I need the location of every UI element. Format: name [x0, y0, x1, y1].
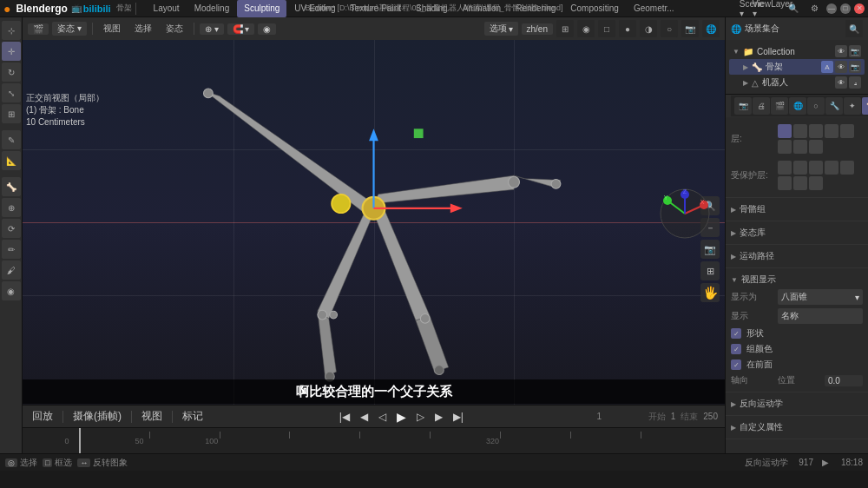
- layer-dot-5[interactable]: [840, 124, 854, 138]
- prop-tab-modifier[interactable]: 🔧: [825, 97, 843, 115]
- next-keyframe-btn[interactable]: ▷: [414, 411, 427, 423]
- start-frame-value[interactable]: 1: [671, 412, 676, 421]
- playback-label[interactable]: 回放: [30, 409, 56, 424]
- tool-extrude[interactable]: ⊕: [2, 198, 21, 217]
- tree-item-collection[interactable]: ▼ 📁 Collection 👁 📷: [729, 43, 865, 59]
- prev-keyframe-btn[interactable]: ◁: [376, 411, 389, 423]
- player-dot-1[interactable]: [778, 161, 792, 175]
- scene-canvas[interactable]: 正交前视图（局部） (1) 骨架 : Bone 10 Centimeters X: [23, 40, 725, 405]
- player-dot-3[interactable]: [809, 161, 823, 175]
- camera-persp-btn[interactable]: 📷: [681, 20, 699, 37]
- tool-scale[interactable]: ⤡: [2, 83, 21, 102]
- tree-item-robot[interactable]: ▶ △ 机器人 👁 ₄: [729, 75, 865, 90]
- tab-sculpting[interactable]: Sculpting: [237, 0, 286, 17]
- tool-paint[interactable]: 🖌: [2, 260, 21, 280]
- play-btn[interactable]: ▶: [394, 410, 409, 424]
- camera-interp-label[interactable]: 摄像(插帧): [70, 409, 124, 424]
- vp-menu-select[interactable]: 选择: [129, 21, 157, 36]
- shading-solid[interactable]: ●: [619, 20, 636, 37]
- view-label-pb[interactable]: 视图: [139, 409, 165, 424]
- prev-frame-btn[interactable]: ◀: [358, 411, 371, 423]
- player-dot-2[interactable]: [793, 161, 807, 175]
- tab-modeling[interactable]: Modeling: [187, 0, 237, 17]
- next-frame-btn[interactable]: ▶: [432, 411, 445, 423]
- proportional-dropdown[interactable]: ◉: [258, 23, 276, 35]
- prop-tab-data[interactable]: 🦴: [862, 97, 868, 115]
- motion-path-header[interactable]: ▶ 运动路径: [731, 248, 863, 264]
- shape-checkbox[interactable]: ✓: [731, 328, 741, 339]
- layer-dot-1[interactable]: [778, 124, 792, 138]
- vp-menu-view[interactable]: 视图: [98, 21, 126, 36]
- options-dropdown[interactable]: 选项 ▾: [484, 22, 518, 36]
- search-btn[interactable]: 🔍: [785, 2, 802, 16]
- layer-dot-8[interactable]: [809, 140, 823, 154]
- hand-btn[interactable]: 🖐: [700, 283, 720, 302]
- win-min-btn[interactable]: —: [826, 3, 837, 14]
- player-dot-7[interactable]: [793, 176, 807, 190]
- display-dropdown[interactable]: 名称: [778, 308, 863, 324]
- position-value[interactable]: 0.0: [825, 375, 863, 386]
- layer-dot-2[interactable]: [793, 124, 807, 138]
- tool-move[interactable]: ✛: [2, 42, 21, 61]
- pivot-dropdown[interactable]: ⊕ ▾: [200, 23, 224, 35]
- tree-item-armature[interactable]: ▶ 🦴 骨架 A 👁 📷: [729, 59, 865, 75]
- filter-btn[interactable]: 🔍: [845, 20, 863, 37]
- win-max-btn[interactable]: □: [840, 3, 851, 14]
- win-close-btn[interactable]: ✕: [854, 3, 865, 14]
- marker-label[interactable]: 标记: [180, 409, 206, 424]
- prop-tab-object[interactable]: ○: [807, 97, 825, 115]
- prop-tab-particles[interactable]: ✦: [844, 97, 861, 115]
- badge-render[interactable]: 📷: [849, 45, 861, 57]
- layer-dot-3[interactable]: [809, 124, 823, 138]
- armature-badge-eye[interactable]: 👁: [835, 61, 847, 73]
- timeline-bar[interactable]: 0 50 100 320: [23, 428, 725, 453]
- mode-dropdown[interactable]: 姿态 ▾: [52, 22, 87, 36]
- tool-weight[interactable]: ◉: [2, 281, 21, 300]
- tool-transform[interactable]: ⊞: [2, 104, 21, 123]
- tool-annotate[interactable]: ✎: [2, 130, 21, 149]
- player-dot-5[interactable]: [840, 161, 854, 175]
- playhead[interactable]: [79, 428, 81, 453]
- player-dot-6[interactable]: [778, 176, 792, 190]
- armature-badge-render[interactable]: 📷: [849, 61, 861, 73]
- tool-add-bone[interactable]: 🦴: [2, 177, 21, 196]
- badge-eye[interactable]: 👁: [835, 45, 847, 57]
- prop-tab-render[interactable]: 📷: [734, 97, 752, 115]
- tab-layout[interactable]: Layout: [147, 0, 187, 17]
- bone-group-header[interactable]: ▶ 骨骼组: [731, 201, 863, 217]
- layer-dot-6[interactable]: [778, 140, 792, 154]
- tab-compositing[interactable]: Compositing: [563, 0, 626, 17]
- tab-geometry[interactable]: Geometr...: [627, 0, 681, 17]
- viewport-display-header[interactable]: ▼ 视图显示: [731, 272, 863, 287]
- grid-btn[interactable]: ⊞: [700, 261, 720, 280]
- layer-dot-4[interactable]: [825, 124, 838, 138]
- last-frame-btn[interactable]: ▶|: [450, 411, 466, 423]
- zh-en-toggle[interactable]: zh/en: [522, 23, 553, 35]
- axes-gizmo[interactable]: X Y Z: [659, 188, 711, 240]
- robot-badge-num[interactable]: ₄: [849, 76, 861, 89]
- view-layer-dropdown[interactable]: ViewLayer ▾: [764, 2, 781, 16]
- layer-dot-7[interactable]: [793, 140, 807, 154]
- display-as-dropdown[interactable]: 八面锥 ▾: [778, 289, 863, 305]
- editor-type-dropdown[interactable]: 🎬: [28, 23, 49, 35]
- ik-header[interactable]: ▶ 反向运动学: [731, 396, 863, 412]
- world-origin-btn[interactable]: 🌐: [702, 20, 720, 37]
- in-front-checkbox[interactable]: ✓: [731, 359, 741, 370]
- end-frame-value[interactable]: 250: [703, 412, 718, 421]
- gizmo-btn[interactable]: ◉: [577, 20, 595, 37]
- shading-render[interactable]: ○: [661, 20, 678, 37]
- shading-wire[interactable]: □: [598, 20, 615, 37]
- settings-btn[interactable]: ⚙: [806, 2, 823, 16]
- viewport-overlay-btn[interactable]: ⊞: [556, 20, 574, 37]
- viewport-3d[interactable]: 🎬 姿态 ▾ 视图 选择 姿态 ⊕ ▾ 🧲 ▾ ◉ 选项 ▾ zh/en ⊞ ◉…: [23, 17, 725, 453]
- group-color-checkbox[interactable]: ✓: [731, 344, 741, 354]
- custom-props-header[interactable]: ▶ 自定义属性: [731, 419, 863, 435]
- tool-rotate[interactable]: ↻: [2, 63, 21, 82]
- tool-measure[interactable]: 📐: [2, 151, 21, 170]
- robot-badge-eye[interactable]: 👁: [835, 76, 847, 89]
- tool-edit[interactable]: ✏: [2, 240, 21, 259]
- prop-tab-world[interactable]: 🌐: [789, 97, 806, 115]
- tool-cursor[interactable]: ⊹: [2, 21, 21, 40]
- tool-bone-roll[interactable]: ⟳: [2, 219, 21, 238]
- player-dot-8[interactable]: [809, 176, 823, 190]
